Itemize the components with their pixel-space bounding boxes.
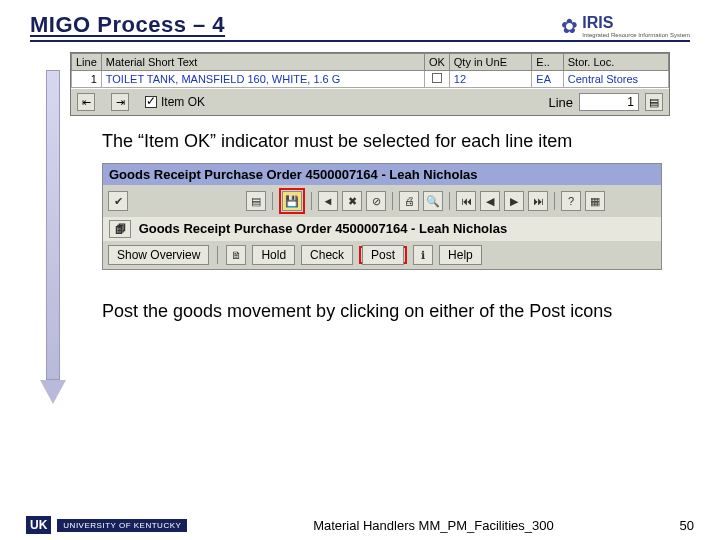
uk-text: UNIVERSITY OF KENTUCKY: [57, 519, 187, 532]
help-icon[interactable]: ?: [561, 191, 581, 211]
iris-logo-text: IRIS: [582, 14, 613, 31]
item-ok-toolbar: ⇤ ⇥ Item OK Line ▤: [71, 88, 669, 115]
title-bar: MIGO Process – 4 ✿ IRIS Integrated Resou…: [30, 12, 690, 42]
new-doc-icon[interactable]: 🗎: [226, 245, 246, 265]
callout-item-ok: The “Item OK” indicator must be selected…: [102, 130, 662, 153]
prev-page-icon[interactable]: ◀: [480, 191, 500, 211]
find-icon[interactable]: 🔍: [423, 191, 443, 211]
info-icon[interactable]: ℹ: [413, 245, 433, 265]
print-icon[interactable]: 🖨: [399, 191, 419, 211]
iris-icon: ✿: [561, 14, 578, 38]
cell-ok[interactable]: [424, 71, 449, 88]
post-highlight: Post: [359, 246, 407, 264]
checkmark-icon: [145, 96, 157, 108]
help-button[interactable]: Help: [439, 245, 482, 265]
main-toolbar: ✔ ▤ 💾 ◄ ✖ ⊘ 🖨 🔍 ⏮ ◀ ▶ ⏭ ? ▦: [103, 185, 661, 217]
window-title-2: 🗐 Goods Receipt Purchase Order 450000716…: [103, 217, 661, 241]
line-item-grid: Line Material Short Text OK Qty in UnE E…: [70, 52, 670, 116]
iris-logo: ✿ IRIS Integrated Resource Information S…: [561, 14, 690, 38]
save-icon[interactable]: 💾: [282, 191, 302, 211]
cell-unit: EA: [532, 71, 563, 88]
ok-checkbox-icon: [432, 73, 442, 83]
table-row[interactable]: 1 TOILET TANK, MANSFIELD 160, WHITE, 1.6…: [72, 71, 669, 88]
col-material: Material Short Text: [101, 54, 424, 71]
col-line: Line: [72, 54, 102, 71]
uk-logo: UK UNIVERSITY OF KENTUCKY: [26, 516, 187, 534]
show-overview-button[interactable]: Show Overview: [108, 245, 209, 265]
cell-line: 1: [72, 71, 102, 88]
window-title-1: Goods Receipt Purchase Order 4500007164 …: [103, 164, 661, 185]
first-page-icon[interactable]: ⏮: [456, 191, 476, 211]
line-field-group: Line ▤: [548, 93, 663, 111]
slide-title: MIGO Process – 4: [30, 12, 225, 38]
stepper-icon[interactable]: ▤: [645, 93, 663, 111]
col-unit: E..: [532, 54, 563, 71]
post-button[interactable]: Post: [362, 245, 404, 265]
line-label: Line: [548, 95, 573, 110]
window-title-2-text: Goods Receipt Purchase Order 4500007164 …: [139, 221, 508, 236]
item-ok-label: Item OK: [161, 95, 205, 109]
iris-logo-sub: Integrated Resource Information System: [582, 32, 690, 38]
check-button[interactable]: Check: [301, 245, 353, 265]
enter-icon[interactable]: ✔: [108, 191, 128, 211]
slide-footer: UK UNIVERSITY OF KENTUCKY Material Handl…: [0, 516, 720, 534]
collapse-left-icon[interactable]: ⇤: [77, 93, 95, 111]
collapse-right-icon[interactable]: ⇥: [111, 93, 129, 111]
callout-post: Post the goods movement by clicking on e…: [102, 300, 662, 323]
next-page-icon[interactable]: ▶: [504, 191, 524, 211]
cell-stor: Central Stores: [563, 71, 668, 88]
tree-icon[interactable]: 🗐: [109, 220, 131, 238]
cell-desc: TOILET TANK, MANSFIELD 160, WHITE, 1.6 G: [101, 71, 424, 88]
page-number: 50: [680, 518, 694, 533]
col-qty: Qty in UnE: [449, 54, 532, 71]
cancel-icon[interactable]: ⊘: [366, 191, 386, 211]
back-icon[interactable]: ◄: [318, 191, 338, 211]
action-toolbar: Show Overview 🗎 Hold Check Post ℹ Help: [103, 241, 661, 269]
items-table: Line Material Short Text OK Qty in UnE E…: [71, 53, 669, 88]
course-code: Material Handlers MM_PM_Facilities_300: [313, 518, 554, 533]
hold-button[interactable]: Hold: [252, 245, 295, 265]
col-stor: Stor. Loc.: [563, 54, 668, 71]
cell-qty: 12: [449, 71, 532, 88]
doc-icon[interactable]: ▤: [246, 191, 266, 211]
layout-icon[interactable]: ▦: [585, 191, 605, 211]
last-page-icon[interactable]: ⏭: [528, 191, 548, 211]
uk-mark: UK: [26, 516, 51, 534]
exit-icon[interactable]: ✖: [342, 191, 362, 211]
line-input[interactable]: [579, 93, 639, 111]
save-highlight: 💾: [279, 188, 305, 214]
flow-arrow-icon: [40, 70, 66, 404]
col-ok: OK: [424, 54, 449, 71]
sap-window: Goods Receipt Purchase Order 4500007164 …: [102, 163, 662, 270]
item-ok-checkbox[interactable]: Item OK: [145, 95, 205, 109]
